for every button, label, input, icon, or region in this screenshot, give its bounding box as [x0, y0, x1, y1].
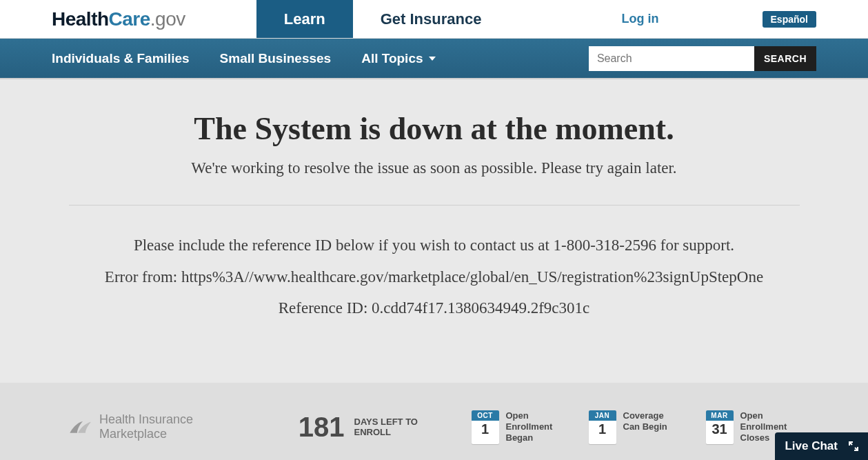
error-subheading: We're working to resolve the issue as so… — [69, 159, 800, 177]
date-text: Open Enrollment Began — [506, 410, 565, 444]
reference-id-line: Reference ID: 0.cdd74f17.1380634949.2f9c… — [69, 296, 800, 321]
nav-small-biz-label: Small Businesses — [220, 51, 332, 66]
date-badge: MAR 31 — [706, 410, 734, 444]
site-logo[interactable]: HealthCare.gov — [0, 0, 213, 38]
logo-text-health: Health — [52, 8, 109, 30]
search-form: SEARCH — [589, 46, 816, 71]
date-item-open-enrollment-began: OCT 1 Open Enrollment Began — [472, 410, 565, 444]
countdown-label: DAYS LEFT TO ENROLL — [354, 417, 430, 438]
date-month: OCT — [472, 410, 499, 421]
footer: Health Insurance Marketplace 181 DAYS LE… — [0, 383, 868, 460]
date-day: 1 — [589, 421, 616, 439]
top-right-controls: Log in Español — [622, 0, 868, 38]
nav-get-insurance-label: Get Insurance — [381, 10, 482, 28]
date-text: Coverage Can Begin — [623, 410, 683, 444]
chevron-down-icon — [429, 57, 436, 61]
key-dates: OCT 1 Open Enrollment Began JAN 1 Covera… — [472, 410, 800, 444]
date-badge: OCT 1 — [472, 410, 499, 444]
expand-icon — [849, 441, 858, 451]
nav-learn-label: Learn — [284, 10, 325, 28]
login-link[interactable]: Log in — [622, 12, 659, 26]
date-month: JAN — [589, 410, 616, 421]
nav-learn[interactable]: Learn — [256, 0, 353, 38]
date-day: 31 — [706, 421, 734, 439]
date-item-coverage-begin: JAN 1 Coverage Can Begin — [589, 410, 683, 444]
nav-all-topics[interactable]: All Topics — [361, 51, 435, 66]
nav-all-topics-label: All Topics — [361, 51, 423, 66]
search-input[interactable] — [589, 46, 754, 71]
secondary-nav: Individuals & Families Small Businesses … — [0, 39, 868, 79]
live-chat-tab[interactable]: Live Chat — [775, 432, 868, 460]
live-chat-label: Live Chat — [785, 439, 838, 453]
marketplace-logo: Health Insurance Marketplace — [69, 412, 209, 441]
countdown-number: 181 — [299, 412, 345, 443]
enrollment-countdown: 181 DAYS LEFT TO ENROLL — [299, 412, 430, 443]
date-day: 1 — [472, 421, 499, 439]
nav-individuals-families[interactable]: Individuals & Families — [52, 51, 190, 66]
logo-text-gov: .gov — [150, 8, 185, 30]
date-month: MAR — [706, 410, 734, 421]
search-button[interactable]: SEARCH — [754, 46, 816, 71]
top-header: HealthCare.gov Learn Get Insurance Log i… — [0, 0, 868, 39]
error-source-line: Error from: https%3A//www.healthcare.gov… — [69, 265, 800, 290]
marketplace-label: Health Insurance Marketplace — [99, 412, 209, 441]
language-label: Español — [771, 14, 808, 25]
nav-small-businesses[interactable]: Small Businesses — [220, 51, 332, 66]
language-button[interactable]: Español — [763, 11, 816, 28]
nav-get-insurance[interactable]: Get Insurance — [353, 0, 509, 38]
search-button-label: SEARCH — [764, 53, 807, 64]
error-heading: The System is down at the moment. — [69, 110, 800, 147]
nav-individuals-label: Individuals & Families — [52, 51, 190, 66]
logo-text-care: Care — [109, 8, 150, 30]
login-label: Log in — [622, 12, 659, 26]
primary-nav: Learn Get Insurance — [256, 0, 509, 38]
date-badge: JAN 1 — [589, 410, 616, 444]
main-content: The System is down at the moment. We're … — [0, 79, 868, 383]
divider — [69, 205, 800, 206]
marketplace-swoosh-icon — [69, 417, 94, 437]
support-contact-line: Please include the reference ID below if… — [69, 233, 800, 258]
